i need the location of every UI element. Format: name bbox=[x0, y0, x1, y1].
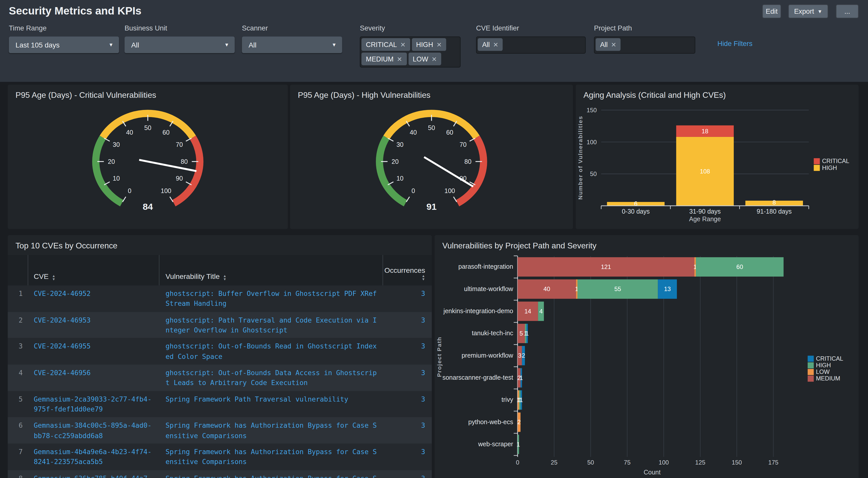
y-tick-label: 150 bbox=[587, 107, 597, 113]
filter-chip-all[interactable]: All✕ bbox=[478, 38, 503, 51]
hide-filters-link[interactable]: Hide Filters bbox=[717, 40, 753, 47]
remove-chip-icon[interactable]: ✕ bbox=[493, 41, 498, 48]
remove-chip-icon[interactable]: ✕ bbox=[611, 41, 616, 48]
y-tick-label: 100 bbox=[587, 139, 597, 145]
business-unit-value: All bbox=[131, 41, 139, 49]
table-header-vulnerability-title[interactable]: Vulnerability Title bbox=[159, 255, 383, 285]
table-row: 8Gemnasium-636bc785-b40f-44a7-0c71-115ce… bbox=[8, 470, 432, 478]
bar-value-label: 3 bbox=[518, 352, 521, 359]
more-icon: ... bbox=[844, 7, 850, 15]
remove-chip-icon[interactable]: ✕ bbox=[397, 55, 402, 63]
cve-link[interactable]: Gemnasium-4b4a9e6a-4b23-4f74-8241-223575… bbox=[28, 444, 159, 470]
filter-label-cve-identifier: CVE Identifier bbox=[476, 24, 519, 32]
cve-link[interactable]: CVE-2024-46953 bbox=[28, 312, 159, 338]
table-row: 7Gemnasium-4b4a9e6a-4b23-4f74-8241-22357… bbox=[8, 444, 432, 470]
remove-chip-icon[interactable]: ✕ bbox=[436, 41, 442, 48]
severity-multiselect[interactable]: CRITICAL✕HIGH✕MEDIUM✕LOW✕ bbox=[360, 37, 461, 68]
bar-value-label: 1 bbox=[525, 330, 529, 337]
y-category-label: premium-workflow bbox=[462, 352, 514, 359]
project-path-multiselect[interactable]: All✕ bbox=[594, 37, 695, 54]
y-category-label: parasoft-integration bbox=[458, 263, 513, 270]
occurrences-value[interactable]: 3 bbox=[383, 285, 432, 312]
table-header-occurrences[interactable]: Occurrences bbox=[383, 255, 432, 285]
vulnerability-title-link[interactable]: ghostscript: Path Traversal and Code Exe… bbox=[159, 312, 383, 338]
cve-link[interactable]: Gemnasium-384c00c5-895a-4ad0-bb78-cc259a… bbox=[28, 417, 159, 444]
gauge-tick-label: 80 bbox=[181, 158, 188, 165]
occurrences-value[interactable]: 3 bbox=[383, 391, 432, 417]
remove-chip-icon[interactable]: ✕ bbox=[400, 41, 406, 48]
bar-value-label: 5 bbox=[520, 330, 523, 337]
table-header-rownum bbox=[8, 255, 28, 285]
x-category-label: 0-30 days bbox=[622, 208, 650, 215]
x-axis-title: Age Range bbox=[689, 215, 721, 223]
table-header-cve[interactable]: CVE bbox=[28, 255, 159, 285]
legend-label: HIGH bbox=[822, 165, 837, 171]
bar-value-label: 55 bbox=[614, 285, 621, 292]
vulnerability-title-link[interactable]: ghostscript: Out-of-Bounds Data Access i… bbox=[159, 365, 383, 391]
sort-icon[interactable] bbox=[52, 274, 55, 280]
filter-chip-low[interactable]: LOW✕ bbox=[408, 53, 441, 65]
legend-label: LOW bbox=[816, 369, 830, 375]
chip-label: All bbox=[600, 41, 608, 48]
filter-chip-critical[interactable]: CRITICAL✕ bbox=[362, 38, 410, 51]
vulnerability-title-link[interactable]: Spring Framework has Authorization Bypas… bbox=[159, 417, 383, 444]
row-number: 4 bbox=[8, 365, 28, 391]
gauge-tick-label: 0 bbox=[128, 187, 131, 194]
table-body: 1CVE-2024-46952ghostscript: Buffer Overf… bbox=[8, 285, 432, 478]
filter-chip-all[interactable]: All✕ bbox=[595, 38, 621, 51]
legend-swatch-critical[interactable] bbox=[808, 355, 814, 362]
cve-link[interactable]: CVE-2024-46952 bbox=[28, 285, 159, 312]
x-tick-label: 100 bbox=[658, 459, 669, 466]
scanner-dropdown[interactable]: All ▼ bbox=[242, 37, 342, 53]
edit-button[interactable]: Edit bbox=[762, 4, 781, 18]
aging-analysis-chart: 5010015060-30 days1081831-90 days891-180… bbox=[576, 103, 859, 229]
legend-label: HIGH bbox=[816, 362, 831, 369]
occurrences-value[interactable]: 3 bbox=[383, 312, 432, 338]
vulnerability-title-link[interactable]: Spring Framework has Authorization Bypas… bbox=[159, 444, 383, 470]
legend-swatch-medium[interactable] bbox=[808, 376, 814, 382]
time-range-dropdown[interactable]: Last 105 days ▼ bbox=[9, 37, 119, 53]
cve-link[interactable]: Gemnasium-636bc785-b40f-44a7-0c71-115ce0… bbox=[28, 470, 159, 478]
y-category-label: web-scraper bbox=[478, 440, 513, 447]
table-row: 5Gemnasium-2ca39033-2c77-4fb4-975f-fdef1… bbox=[8, 391, 432, 417]
remove-chip-icon[interactable]: ✕ bbox=[432, 55, 437, 63]
occurrences-value[interactable]: 3 bbox=[383, 444, 432, 470]
legend-swatch-low[interactable] bbox=[808, 369, 814, 375]
more-actions-button[interactable]: ... bbox=[836, 4, 859, 18]
gauge-critical-chart: 010203040506070809010084 bbox=[8, 105, 288, 228]
x-tick-label: 50 bbox=[587, 459, 594, 466]
gauge-value: 91 bbox=[427, 201, 437, 212]
occurrences-value[interactable]: 3 bbox=[383, 338, 432, 365]
gauge-value: 84 bbox=[143, 201, 153, 212]
cve-link[interactable]: CVE-2024-46955 bbox=[28, 338, 159, 365]
vulnerability-title-link[interactable]: ghostscript: Out-of-Bounds Read in Ghost… bbox=[159, 338, 383, 365]
row-number: 3 bbox=[8, 338, 28, 365]
gauge-tick-label: 60 bbox=[162, 129, 169, 136]
legend-swatch-critical[interactable] bbox=[814, 158, 820, 164]
gauge-tick bbox=[406, 197, 409, 202]
business-unit-dropdown[interactable]: All ▼ bbox=[125, 37, 235, 53]
sort-icon[interactable] bbox=[223, 274, 226, 280]
occurrences-value[interactable]: 3 bbox=[383, 470, 432, 478]
legend-swatch-high[interactable] bbox=[814, 165, 820, 171]
cve-link[interactable]: CVE-2024-46956 bbox=[28, 365, 159, 391]
occurrences-value[interactable]: 3 bbox=[383, 417, 432, 444]
legend-swatch-high[interactable] bbox=[808, 363, 814, 369]
export-button[interactable]: Export ▼ bbox=[788, 4, 828, 18]
vulnerability-title-link[interactable]: Spring Framework Path Traversal vulnerab… bbox=[159, 391, 383, 417]
vulnerability-title-link[interactable]: Spring Framework has Authorization Bypas… bbox=[159, 470, 383, 478]
filter-chip-high[interactable]: HIGH✕ bbox=[412, 38, 446, 51]
vulnerability-title-link[interactable]: ghostscript: Buffer Overflow in Ghostscr… bbox=[159, 285, 383, 312]
cve-identifier-multiselect[interactable]: All✕ bbox=[476, 37, 586, 54]
occurrences-value[interactable]: 3 bbox=[383, 365, 432, 391]
gauge-tick-label: 10 bbox=[397, 175, 404, 182]
cve-link[interactable]: Gemnasium-2ca39033-2c77-4fb4-975f-fdef1d… bbox=[28, 391, 159, 417]
filter-chip-medium[interactable]: MEDIUM✕ bbox=[362, 53, 407, 65]
gauge-tick-label: 100 bbox=[161, 187, 171, 194]
chevron-down-icon: ▼ bbox=[108, 42, 113, 48]
gauge-tick bbox=[454, 197, 457, 202]
column-label: Vulnerability Title bbox=[165, 272, 220, 281]
x-tick-label: 0 bbox=[516, 459, 519, 466]
sort-icon[interactable] bbox=[422, 274, 425, 280]
y-axis-title: Project Path bbox=[436, 337, 442, 377]
